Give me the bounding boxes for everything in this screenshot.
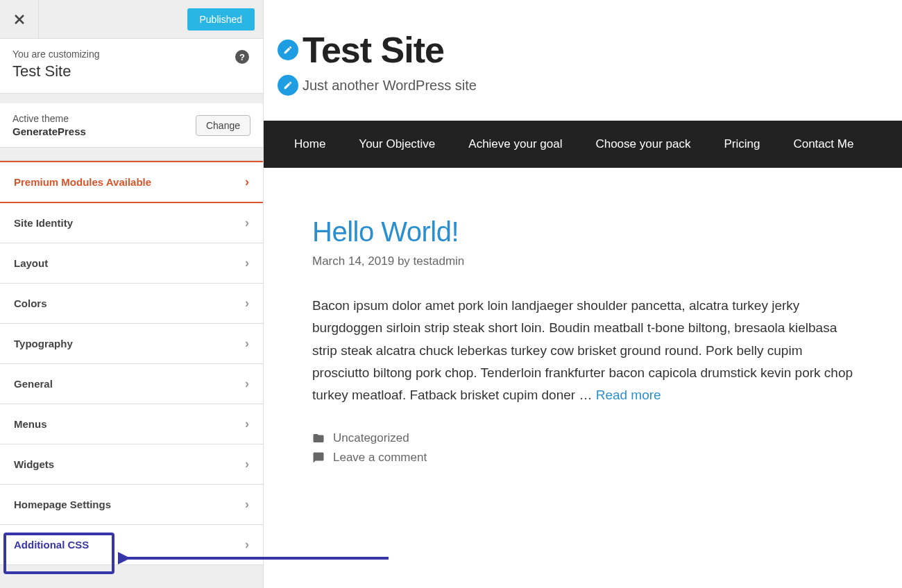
post: Hello World! March 14, 2019 by testadmin… [278,186,888,501]
site-tagline[interactable]: Just another WordPress site [303,78,477,94]
site-preview: Test Site Just another WordPress site Ho… [264,0,902,588]
sidebar-item-additional-css[interactable]: Additional CSS› [0,525,263,565]
chevron-right-icon: › [245,497,249,512]
edit-tagline-icon[interactable] [278,75,298,96]
active-theme-panel: Active theme GeneratePress Change [0,103,263,148]
folder-icon [312,432,325,444]
chevron-right-icon: › [245,417,249,431]
sidebar-item-widgets[interactable]: Widgets› [0,444,263,485]
nav-item-choose-your-pack[interactable]: Choose your pack [579,121,707,168]
post-footer: Uncategorized Leave a comment [312,431,853,465]
sidebar-item-label: Premium Modules Available [14,176,151,188]
comment-icon [312,451,325,464]
nav-item-contact-me[interactable]: Contact Me [776,121,870,168]
sidebar-item-label: Additional CSS [14,539,89,551]
chevron-right-icon: › [245,216,249,230]
sidebar-item-label: Layout [14,257,48,269]
category-link[interactable]: Uncategorized [333,431,409,445]
sidebar-item-homepage-settings[interactable]: Homepage Settings› [0,485,263,525]
sidebar-item-site-identity[interactable]: Site Identity› [0,203,263,243]
chevron-right-icon: › [245,256,249,270]
leave-comment-link[interactable]: Leave a comment [333,451,427,465]
post-excerpt: Bacon ipsum dolor amet pork loin landjae… [312,295,853,406]
nav-item-achieve-your-goal[interactable]: Achieve your goal [452,121,579,168]
sidebar-item-label: General [14,378,53,390]
content-area: Hello World! March 14, 2019 by testadmin… [264,168,902,519]
help-icon[interactable]: ? [235,50,249,64]
chevron-right-icon: › [245,457,249,472]
publish-button[interactable]: Published [187,8,255,31]
customizer-sidebar: Published You are customizing Test Site … [0,0,264,588]
customizing-label: You are customizing [12,49,250,60]
nav-item-pricing[interactable]: Pricing [707,121,776,168]
customizer-sections-list: Premium Modules Available›Site Identity›… [0,160,263,565]
chevron-right-icon: › [245,175,249,189]
active-theme-label: Active theme [12,113,196,124]
chevron-right-icon: › [245,537,249,552]
sidebar-item-label: Widgets [14,458,54,470]
sidebar-item-label: Site Identity [14,217,73,229]
chevron-right-icon: › [245,296,249,311]
sidebar-item-premium-modules-available[interactable]: Premium Modules Available› [0,161,263,203]
close-button[interactable] [0,0,39,39]
chevron-right-icon: › [245,377,249,391]
sidebar-item-layout[interactable]: Layout› [0,243,263,284]
sidebar-item-label: Typography [14,338,73,349]
customizing-site-name: Test Site [12,62,250,80]
nav-item-your-objective[interactable]: Your Objective [342,121,452,168]
primary-nav: HomeYour ObjectiveAchieve your goalChoos… [264,121,902,168]
sidebar-item-colors[interactable]: Colors› [0,284,263,324]
sidebar-item-label: Menus [14,418,47,430]
post-body-text: Bacon ipsum dolor amet pork loin landjae… [312,298,853,402]
sidebar-item-menus[interactable]: Menus› [0,404,263,444]
site-title[interactable]: Test Site [303,29,444,71]
sidebar-item-typography[interactable]: Typography› [0,324,263,364]
post-meta: March 14, 2019 by testadmin [312,254,853,268]
post-title-link[interactable]: Hello World! [312,216,853,248]
read-more-link[interactable]: Read more [596,388,661,402]
sidebar-item-label: Colors [14,297,47,309]
chevron-right-icon: › [245,336,249,351]
site-header: Test Site Just another WordPress site [264,0,902,121]
active-theme-name: GeneratePress [12,126,196,137]
sidebar-item-label: Homepage Settings [14,499,111,510]
post-by-label: by [398,254,410,268]
post-author[interactable]: testadmin [414,254,465,268]
customizing-panel: You are customizing Test Site ? [0,39,263,94]
change-theme-button[interactable]: Change [196,115,250,136]
edit-title-icon[interactable] [278,40,298,60]
sidebar-top-bar: Published [0,0,263,39]
nav-item-home[interactable]: Home [278,121,342,168]
post-date: March 14, 2019 [312,254,394,268]
sidebar-item-general[interactable]: General› [0,364,263,404]
